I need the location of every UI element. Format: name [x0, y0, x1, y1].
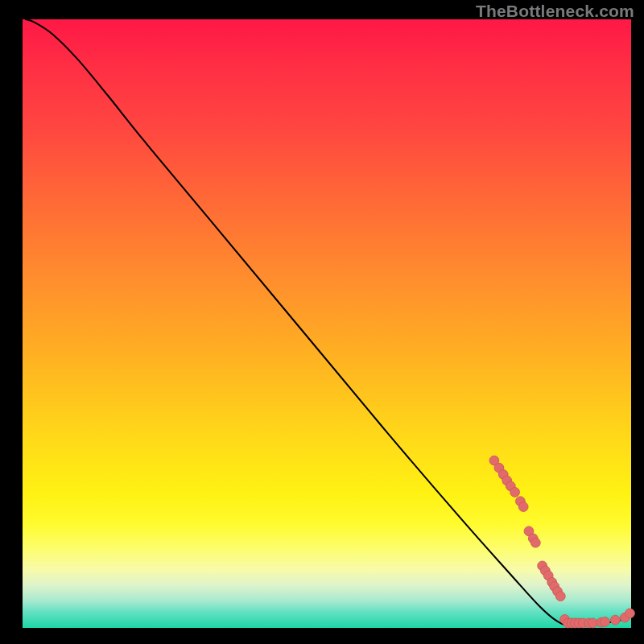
data-point: [518, 502, 528, 512]
watermark-text: TheBottleneck.com: [476, 2, 634, 21]
plot-area: [23, 19, 631, 628]
main-curve: [26, 19, 631, 625]
data-point: [588, 618, 597, 628]
data-point: [601, 617, 610, 627]
data-points: [489, 456, 634, 628]
data-point: [625, 609, 635, 618]
chart-container: TheBottleneck.com: [0, 0, 644, 644]
data-point: [510, 488, 520, 497]
data-point: [530, 538, 540, 547]
chart-svg: [23, 19, 631, 628]
data-point: [610, 615, 620, 625]
data-point: [555, 592, 565, 601]
